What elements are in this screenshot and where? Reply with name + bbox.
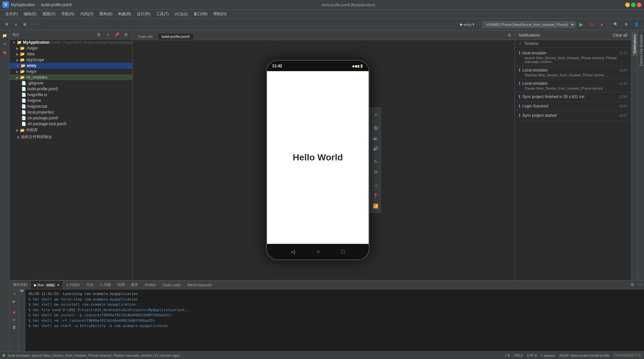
btab-codelinter[interactable]: Code Linter (159, 280, 184, 289)
file-tree-pin[interactable]: 📌 (113, 31, 121, 38)
menu-code[interactable]: 代码(O) (78, 10, 96, 18)
structure-button[interactable]: ≡ (1, 40, 9, 48)
device-select[interactable]: HUAWEI Phone [NewDevice_from_Huawei_Phon… (483, 21, 575, 28)
btab-run[interactable]: ▶ Run entry ✕ (30, 280, 63, 289)
tree-item-buildprofile[interactable]: 📄 build-profile.json5 (10, 86, 132, 92)
maximize-button[interactable] (631, 3, 636, 7)
tab-index-ets[interactable]: Index.ets (134, 33, 157, 40)
tree-item-hvigorw[interactable]: 📄 hvigorw (10, 98, 132, 103)
status-indent[interactable]: 2 spaces (541, 354, 555, 357)
tree-item-localprops[interactable]: 📄 local.properties (10, 109, 132, 115)
emulator-vol-down[interactable]: 🔉 (371, 134, 380, 143)
emulator-location[interactable]: 📍 (371, 191, 380, 200)
tab-build-profile[interactable]: build-profile.json5 (158, 33, 194, 40)
search-everywhere-button[interactable]: 🔍 (611, 21, 621, 27)
emulator-vol-up[interactable]: 🔊 (371, 144, 380, 153)
btab-debug[interactable]: 结调 (114, 280, 128, 289)
tree-root[interactable]: ▼ 📁 MyApplication D:\002_Project\014_Dev… (10, 39, 132, 45)
settings-button[interactable]: ⚙ (3, 21, 11, 27)
btab-services[interactable]: 服务 (128, 280, 141, 289)
file-tree-more[interactable]: ⚙ (122, 31, 130, 38)
emulator-copy[interactable]: ⧉ (371, 168, 380, 177)
entry-dropdown[interactable]: ▶ entry ▾ (458, 21, 477, 27)
notif-item-4: ℹ Login Success! 10:58 (515, 102, 631, 111)
tree-item-hvigor[interactable]: ▶ 📂 .hvigor (10, 45, 132, 51)
bookmarks-tab-label2[interactable]: 结构 (19, 293, 25, 297)
more-button[interactable]: ⋯ (34, 21, 43, 27)
tree-item-temp[interactable]: 🖥 临时文件和控制台 (10, 134, 132, 140)
btab-log[interactable]: 日志 (83, 280, 96, 289)
folder-icon-entry: 📂 (21, 63, 26, 68)
btab-script[interactable]: 脚本控制 (10, 280, 30, 289)
user-button[interactable]: 👤 (632, 21, 641, 27)
stop-run-button[interactable]: ■ (11, 309, 17, 316)
minimize-button[interactable] (625, 3, 630, 7)
editor-settings[interactable]: ⚙ (505, 31, 513, 39)
menu-nav[interactable]: 导航(N) (59, 10, 77, 18)
tree-item-ohmodules[interactable]: ▶ 📂 oh_modules (10, 74, 132, 80)
emulator-wifi[interactable]: 📶 (371, 201, 380, 211)
rerun-button[interactable]: ↺ (11, 291, 17, 297)
btab-todo[interactable]: ≡ TODO (63, 280, 83, 289)
menu-run[interactable]: 运行(R) (134, 10, 153, 18)
menu-build[interactable]: 构建(B) (116, 10, 134, 18)
status-encoding[interactable]: UTF-8 (527, 354, 537, 357)
tree-item-idea[interactable]: ▶ 📂 .idea (10, 51, 132, 57)
title-bar: D MyApplication – build-profile.json5 bu… (0, 0, 644, 10)
menu-tools[interactable]: 工具(T) (153, 10, 171, 18)
trash-button[interactable]: 🗑 (11, 324, 17, 331)
run-again-button[interactable]: ▶ (11, 298, 17, 305)
tree-item-external[interactable]: ▶ 📂 外部库 (10, 127, 132, 134)
nav-home-btn[interactable]: ○ (316, 249, 320, 255)
status-line-ending[interactable]: CRLF (514, 354, 523, 357)
run-close-icon[interactable]: ✕ (57, 283, 60, 287)
clear-all-button[interactable]: Clear all (613, 33, 627, 38)
emulator-menu-btn[interactable]: ≡ (371, 110, 380, 119)
tree-item-entry[interactable]: ▼ 📂 entry (10, 63, 132, 69)
btab-issues[interactable]: ⚠ 问题 (96, 280, 114, 289)
bookmarks-button[interactable]: 🔖 (1, 49, 9, 56)
btab-arkui[interactable]: ArkUI Inspector (184, 280, 215, 289)
menu-help[interactable]: 帮助(H) (211, 10, 229, 18)
bookmarks-tab-label[interactable]: 书签 (19, 289, 25, 293)
right-tab-notifications[interactable]: Notifications (632, 32, 637, 56)
emulator-controls: ≡ ⏻ 🔉 🔊 ↻ ⧉ ◁ 📍 📶 (370, 107, 381, 213)
panel-settings-btn[interactable]: ⚙ (628, 281, 636, 288)
tree-item-ohpackagelock[interactable]: 📄 oh-package-lock.json5 (10, 121, 132, 127)
settings2-button[interactable]: ⚙ (622, 21, 630, 27)
tree-item-hvigorwbat[interactable]: 📄 hvigorw.bat (10, 103, 132, 109)
menu-file[interactable]: 文件(F) (3, 10, 20, 18)
tree-item-appscope[interactable]: ▶ 📂 AppScope (10, 57, 132, 63)
panel-minimize-btn[interactable]: ─ (636, 281, 644, 288)
run-button[interactable]: ▶ (577, 20, 586, 28)
debug-button[interactable]: 🐞 (587, 21, 597, 27)
menu-vcs[interactable]: VCS(S) (172, 11, 190, 17)
emulator-power-btn[interactable]: ⏻ (371, 123, 380, 132)
status-position[interactable]: 7:8 (505, 354, 510, 357)
device-file-browser-label[interactable]: Device File Browser (638, 32, 644, 69)
file-tree-expand[interactable]: ≡ (104, 31, 112, 38)
menu-view[interactable]: 视图(V) (40, 10, 58, 18)
tree-item-hvigorfile[interactable]: 📄 hvigorfile.ts (10, 92, 132, 98)
emulator-rotate[interactable]: ↻ (371, 157, 380, 166)
close-button[interactable] (637, 3, 641, 7)
stop-button[interactable]: ■ (598, 22, 605, 27)
file-tree-settings[interactable]: ⚙ (95, 31, 103, 38)
status-file-type[interactable]: JSON: ohos-project-build-profile (559, 354, 610, 357)
menu-edit[interactable]: 编辑(E) (21, 10, 39, 18)
nav-recent-btn[interactable]: □ (342, 249, 345, 255)
emulator-back[interactable]: ◁ (371, 181, 380, 190)
tree-item-ohpackage[interactable]: 📄 oh-package.json5 (10, 115, 132, 121)
title-bar-left: D MyApplication – build-profile.json5 (3, 2, 72, 8)
format-button[interactable]: ⊞ (21, 21, 29, 27)
align-button[interactable]: ≡ (12, 22, 19, 27)
menu-window[interactable]: 窗口(W) (191, 10, 210, 18)
menu-refactor[interactable]: 重构(B) (97, 10, 115, 18)
tree-item-hvigor2[interactable]: ▶ 📂 hvigor (10, 69, 132, 74)
btab-profiler[interactable]: Profiler (141, 280, 159, 289)
project-view-button[interactable]: 📁 (1, 32, 9, 39)
nav-back-btn[interactable]: ◁ (291, 249, 295, 255)
wrap-button[interactable]: ↵ (11, 317, 17, 323)
file-label7: oh-package.json5 (28, 116, 58, 120)
tree-item-gitignore[interactable]: 📄 .gitignore (10, 80, 132, 86)
